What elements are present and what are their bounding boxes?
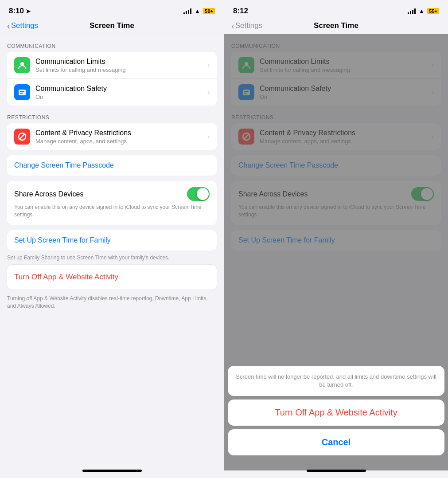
content-privacy-icon-left (14, 129, 30, 145)
turn-off-left[interactable]: Turn Off App & Website Activity (7, 265, 217, 290)
comm-safety-subtitle-left: On (35, 94, 207, 100)
wifi-icon-left: ▲ (194, 8, 200, 15)
share-toggle-left[interactable] (187, 187, 210, 201)
toggle-knob-left (197, 188, 209, 200)
comm-limits-icon-left (14, 57, 30, 73)
passcode-link-left[interactable]: Change Screen Time Passcode (7, 155, 217, 176)
comm-safety-title-left: Communication Safety (35, 85, 207, 93)
back-label-right: Settings (235, 21, 262, 30)
nav-bar-left: ‹ Settings Screen Time (0, 20, 224, 34)
home-bar-left (82, 470, 142, 472)
svg-line-5 (19, 134, 25, 139)
share-label-left: Share Across Devices (14, 190, 84, 198)
signal-left (183, 8, 191, 14)
svg-point-0 (20, 62, 24, 66)
back-chevron-left: ‹ (7, 21, 10, 31)
back-chevron-right: ‹ (231, 21, 234, 31)
location-icon: ➤ (26, 8, 31, 15)
comm-limits-subtitle-left: Set limits for calling and messaging (35, 67, 207, 73)
passcode-label-left: Change Screen Time Passcode (14, 161, 114, 169)
comm-safety-chevron-left: › (207, 88, 210, 96)
left-panel: 8:10 ➤ ▲ 50+ ‹ Settings Screen Time COMM… (0, 0, 224, 478)
time-left: 8:10 ➤ (9, 7, 31, 16)
content-privacy-chevron-left: › (207, 133, 210, 141)
action-sheet-overlay: Screen time will no longer be reported, … (224, 34, 448, 470)
family-helper-left: Set up Family Sharing to use Screen Time… (7, 254, 217, 262)
content-privacy-title-left: Content & Privacy Restrictions (35, 129, 207, 137)
svg-rect-3 (20, 93, 23, 94)
nav-title-left: Screen Time (90, 21, 134, 30)
status-bar-left: 8:10 ➤ ▲ 50+ (0, 0, 224, 20)
clock-right: 8:12 (233, 7, 248, 16)
turn-off-action-label: Turn Off App & Website Activity (275, 407, 397, 417)
restrictions-section-left: RESTRICTIONS (0, 106, 224, 123)
nav-title-right: Screen Time (314, 21, 358, 30)
turn-off-helper-left: Turning off App & Website Activity disab… (7, 295, 217, 310)
action-sheet-message: Screen time will no longer be reported, … (228, 366, 444, 396)
family-link-left[interactable]: Set Up Screen Time for Family (7, 230, 217, 251)
comm-limits-title-left: Communication Limits (35, 58, 207, 66)
status-icons-left: ▲ 50+ (183, 8, 215, 15)
content-right: COMMUNICATION Communication Limits Set l… (224, 34, 448, 470)
turn-off-label-left: Turn Off App & Website Activity (14, 273, 118, 281)
comm-limits-text-left: Communication Limits Set limits for call… (35, 58, 207, 73)
comm-safety-icon-left (14, 84, 30, 100)
cancel-button-right[interactable]: Cancel (228, 429, 444, 455)
svg-rect-1 (19, 90, 26, 95)
home-indicator-left (0, 463, 224, 478)
comm-limits-chevron-left: › (207, 61, 210, 69)
back-button-right[interactable]: ‹ Settings (231, 21, 262, 31)
svg-rect-2 (20, 91, 24, 92)
share-devices-left: Share Across Devices You can enable this… (7, 181, 217, 225)
status-bar-right: 8:12 ▲ 55+ (224, 0, 448, 20)
right-panel: 8:12 ▲ 55+ ‹ Settings Screen Time COMMUN… (224, 0, 448, 478)
comm-safety-text-left: Communication Safety On (35, 85, 207, 100)
turn-off-action-button[interactable]: Turn Off App & Website Activity (228, 400, 444, 426)
nav-bar-right: ‹ Settings Screen Time (224, 20, 448, 34)
content-left: COMMUNICATION Communication Limits Set l… (0, 34, 224, 470)
back-label-left: Settings (11, 21, 38, 30)
signal-right (408, 8, 416, 14)
cancel-label-right: Cancel (322, 437, 351, 447)
content-privacy-left[interactable]: Content & Privacy Restrictions Manage co… (7, 123, 217, 150)
status-icons-right: ▲ 55+ (408, 8, 439, 15)
content-privacy-text-left: Content & Privacy Restrictions Manage co… (35, 129, 207, 145)
restrictions-group-left: Content & Privacy Restrictions Manage co… (7, 123, 217, 150)
comm-safety-left[interactable]: Communication Safety On › (7, 79, 217, 106)
action-sheet-container: Screen time will no longer be reported, … (224, 366, 448, 470)
clock-left: 8:10 (9, 7, 24, 16)
communication-group-left: Communication Limits Set limits for call… (7, 52, 217, 106)
share-helper-left: You can enable this on any device signed… (14, 204, 210, 219)
communication-section-left: COMMUNICATION (0, 34, 224, 52)
time-right: 8:12 (233, 7, 248, 16)
content-privacy-subtitle-left: Manage content, apps, and settings (35, 138, 207, 145)
comm-limits-left[interactable]: Communication Limits Set limits for call… (7, 52, 217, 79)
battery-left: 50+ (203, 8, 215, 14)
battery-right: 55+ (427, 8, 439, 14)
family-label-left: Set Up Screen Time for Family (14, 236, 111, 244)
wifi-icon-right: ▲ (418, 8, 425, 15)
back-button-left[interactable]: ‹ Settings (7, 21, 38, 31)
